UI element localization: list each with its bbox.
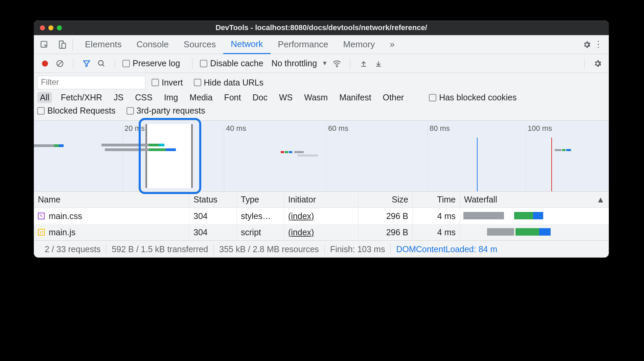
network-toolbar: Preserve log Disable cache No throttling…: [34, 54, 609, 73]
tab-memory[interactable]: Memory: [336, 35, 382, 54]
col-status[interactable]: Status: [189, 192, 237, 208]
request-type: script: [237, 224, 284, 240]
has-blocked-cookies-checkbox[interactable]: Has blocked cookies: [429, 93, 516, 102]
disable-cache-checkbox[interactable]: Disable cache: [200, 58, 263, 68]
request-size: 296 B: [359, 208, 413, 224]
tick-100ms: 100 ms: [528, 124, 552, 133]
filter-type-manifest[interactable]: Manifest: [337, 92, 374, 103]
filter-type-css[interactable]: CSS: [132, 92, 155, 103]
blocked-requests-checkbox[interactable]: Blocked Requests: [37, 106, 116, 116]
status-resources: 355 kB / 2.8 MB resources: [214, 244, 325, 254]
request-time: 4 ms: [413, 208, 460, 224]
table-header: Name Status Type Initiator Size Time Wat…: [34, 192, 609, 208]
col-name[interactable]: Name: [34, 192, 189, 208]
status-transferred: 592 B / 1.5 kB transferred: [106, 244, 214, 254]
hide-data-urls-checkbox[interactable]: Hide data URLs: [194, 78, 263, 88]
network-settings-icon[interactable]: [592, 58, 603, 69]
filter-input[interactable]: Filter: [37, 76, 145, 89]
request-initiator[interactable]: (index): [288, 227, 314, 237]
minimize-window-button[interactable]: [48, 25, 53, 30]
throttling-select[interactable]: No throttling▼: [271, 58, 328, 68]
request-type: styles…: [237, 208, 284, 224]
titlebar: DevTools - localhost:8080/docs/devtools/…: [34, 20, 609, 35]
clear-button[interactable]: [54, 58, 66, 69]
kebab-menu-icon[interactable]: ⋮: [593, 39, 604, 50]
tick-80ms: 80 ms: [430, 124, 450, 133]
download-har-icon[interactable]: [373, 58, 384, 69]
filter-type-wasm[interactable]: Wasm: [301, 92, 330, 103]
request-name: main.js: [49, 227, 75, 237]
record-button[interactable]: [39, 58, 51, 69]
filter-type-media[interactable]: Media: [187, 92, 215, 103]
css-file-icon: ✎: [38, 213, 45, 219]
svg-point-7: [337, 66, 338, 67]
traffic-lights: [34, 25, 74, 30]
status-domcontentloaded[interactable]: DOMContentLoaded: 84 m: [391, 244, 503, 254]
overview-timeline[interactable]: 20 ms 40 ms 60 ms 80 ms 100 ms: [34, 121, 609, 192]
status-requests: 2 / 33 requests: [39, 244, 106, 254]
panel-tabs: ElementsConsoleSourcesNetworkPerformance…: [34, 35, 609, 54]
request-name: main.css: [49, 211, 82, 221]
window-title: DevTools - localhost:8080/docs/devtools/…: [74, 23, 568, 32]
filter-type-other[interactable]: Other: [380, 92, 407, 103]
col-type[interactable]: Type: [237, 192, 284, 208]
filter-icon[interactable]: [81, 58, 92, 69]
domcontentloaded-marker: [477, 138, 478, 191]
tab-console[interactable]: Console: [129, 35, 176, 54]
tab-elements[interactable]: Elements: [77, 35, 129, 54]
settings-icon[interactable]: [581, 39, 593, 50]
preserve-log-checkbox[interactable]: Preserve log: [122, 58, 180, 68]
tab-performance[interactable]: Performance: [271, 35, 336, 54]
request-status: 304: [189, 224, 237, 240]
network-conditions-icon[interactable]: [331, 58, 343, 69]
invert-checkbox[interactable]: Invert: [152, 78, 183, 88]
filter-type-doc[interactable]: Doc: [250, 92, 270, 103]
status-finish: Finish: 103 ms: [325, 244, 391, 254]
svg-rect-0: [41, 41, 47, 47]
tab-sources[interactable]: Sources: [176, 35, 223, 54]
tab-network[interactable]: Network: [223, 35, 270, 54]
table-row[interactable]: ✎main.css304styles…(index)296 B4 ms: [34, 208, 609, 224]
filter-type-img[interactable]: Img: [161, 92, 181, 103]
svg-line-6: [102, 65, 104, 66]
filter-type-font[interactable]: Font: [221, 92, 244, 103]
tick-60ms: 60 ms: [328, 124, 348, 133]
load-marker: [551, 138, 552, 191]
tick-40ms: 40 ms: [226, 124, 246, 133]
tick-20ms: 20 ms: [124, 124, 145, 133]
filter-type-all[interactable]: All: [37, 92, 52, 103]
svg-point-5: [98, 61, 103, 65]
request-time: 4 ms: [413, 224, 460, 240]
request-table: Name Status Type Initiator Size Time Wat…: [34, 192, 609, 241]
inspect-element-icon[interactable]: [39, 39, 50, 50]
request-size: 296 B: [359, 224, 413, 240]
upload-har-icon[interactable]: [358, 58, 369, 69]
sort-indicator-icon: ▲: [596, 195, 605, 204]
search-icon[interactable]: [96, 58, 107, 69]
filter-bar: Filter Invert Hide data URLs AllFetch/XH…: [34, 73, 609, 121]
table-row[interactable]: ⇄main.js304script(index)296 B4 ms: [34, 224, 609, 240]
close-window-button[interactable]: [40, 25, 45, 30]
device-toolbar-icon[interactable]: [56, 39, 68, 50]
col-waterfall[interactable]: Waterfall▲: [460, 192, 609, 208]
filter-type-fetch-xhr[interactable]: Fetch/XHR: [58, 92, 105, 103]
request-status: 304: [189, 208, 237, 224]
col-initiator[interactable]: Initiator: [284, 192, 359, 208]
status-bar: 2 / 33 requests 592 B / 1.5 kB transferr…: [34, 241, 609, 258]
request-initiator[interactable]: (index): [288, 211, 314, 221]
time-selection-handle[interactable]: [145, 124, 193, 188]
filter-type-ws[interactable]: WS: [276, 92, 295, 103]
filter-type-js[interactable]: JS: [111, 92, 126, 103]
maximize-window-button[interactable]: [57, 25, 62, 30]
request-waterfall: [460, 208, 609, 224]
js-file-icon: ⇄: [38, 229, 45, 236]
devtools-window: DevTools - localhost:8080/docs/devtools/…: [34, 20, 609, 258]
col-size[interactable]: Size: [359, 192, 413, 208]
svg-rect-2: [62, 43, 66, 48]
svg-line-4: [58, 61, 62, 66]
third-party-checkbox[interactable]: 3rd-party requests: [127, 106, 205, 116]
request-waterfall: [460, 224, 609, 240]
more-panels-button[interactable]: »: [382, 35, 402, 54]
col-time[interactable]: Time: [413, 192, 460, 208]
